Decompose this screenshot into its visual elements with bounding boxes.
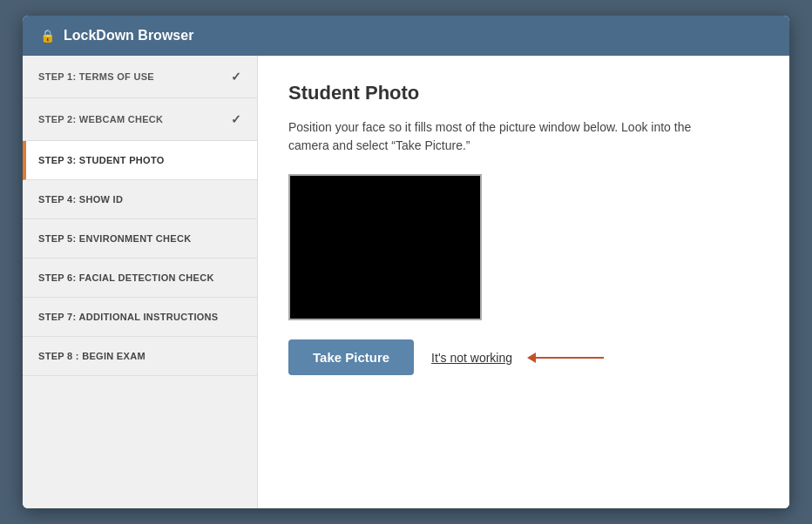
- app-window: 🔒 LockDown Browser STEP 1: TERMS OF USE✓…: [23, 16, 789, 508]
- checkmark-icon: ✓: [231, 70, 241, 84]
- sidebar-item-step3[interactable]: STEP 3: STUDENT PHOTO: [23, 141, 257, 180]
- sidebar-item-label: STEP 2: WEBCAM CHECK: [38, 114, 163, 124]
- sidebar-item-label: STEP 1: TERMS OF USE: [38, 71, 154, 82]
- arrow-line: [534, 357, 604, 359]
- arrow-indicator: [534, 357, 604, 359]
- sidebar-item-label: STEP 6: FACIAL DETECTION CHECK: [38, 272, 214, 283]
- lock-icon: 🔒: [40, 29, 55, 43]
- sidebar-item-label: STEP 8 : BEGIN EXAM: [38, 351, 145, 361]
- description-text: Position your face so it fills most of t…: [288, 118, 724, 155]
- sidebar-item-step8[interactable]: STEP 8 : BEGIN EXAM: [23, 337, 257, 376]
- checkmark-icon: ✓: [231, 112, 241, 126]
- sidebar-item-label: STEP 4: SHOW ID: [38, 194, 123, 205]
- sidebar-item-label: STEP 7: ADDITIONAL INSTRUCTIONS: [38, 312, 219, 322]
- titlebar: 🔒 LockDown Browser: [23, 16, 789, 56]
- sidebar-item-label: STEP 3: STUDENT PHOTO: [38, 155, 165, 165]
- app-title: LockDown Browser: [64, 28, 193, 44]
- sidebar-item-label: STEP 5: ENVIRONMENT CHECK: [38, 233, 191, 244]
- sidebar-item-step4[interactable]: STEP 4: SHOW ID: [23, 180, 257, 219]
- sidebar-item-step1[interactable]: STEP 1: TERMS OF USE✓: [23, 56, 257, 98]
- sidebar-item-step5[interactable]: STEP 5: ENVIRONMENT CHECK: [23, 219, 257, 259]
- not-working-link[interactable]: It's not working: [431, 351, 512, 365]
- sidebar: STEP 1: TERMS OF USE✓STEP 2: WEBCAM CHEC…: [23, 56, 258, 508]
- camera-preview: [288, 174, 482, 320]
- sidebar-item-step2[interactable]: STEP 2: WEBCAM CHECK✓: [23, 98, 257, 141]
- content-area: STEP 1: TERMS OF USE✓STEP 2: WEBCAM CHEC…: [23, 56, 789, 508]
- main-panel: Student Photo Position your face so it f…: [258, 56, 789, 508]
- page-title: Student Photo: [288, 82, 759, 104]
- take-picture-button[interactable]: Take Picture: [288, 339, 414, 375]
- action-row: Take Picture It's not working: [288, 339, 759, 375]
- sidebar-item-step7[interactable]: STEP 7: ADDITIONAL INSTRUCTIONS: [23, 298, 257, 337]
- sidebar-item-step6[interactable]: STEP 6: FACIAL DETECTION CHECK: [23, 259, 257, 298]
